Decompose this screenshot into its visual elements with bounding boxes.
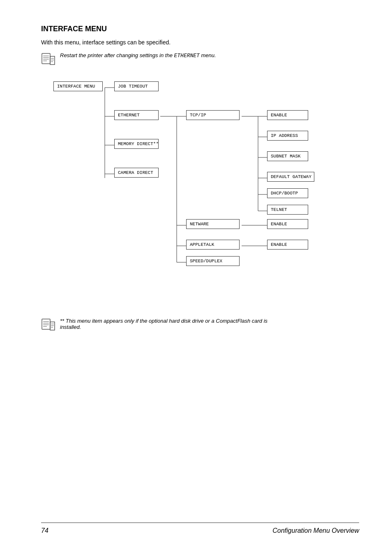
- svg-rect-0: [42, 53, 50, 64]
- footer-page-number: 74: [41, 527, 48, 534]
- note-row: Restart the printer after changing setti…: [41, 52, 359, 65]
- section-title: INTERFACE MENU: [41, 25, 359, 33]
- box-tcpip: TCP/IP: [186, 110, 240, 120]
- description: With this menu, interface settings can b…: [41, 39, 359, 46]
- tree-diagram: INTERFACE MENU JOB TIMEOUT ETHERNET MEMO…: [41, 75, 353, 305]
- box-subnet-mask: SUBNET MASK: [267, 151, 308, 161]
- footnote-text: ** This menu item appears only if the op…: [60, 318, 274, 330]
- box-appletalk: APPLETALK: [186, 240, 240, 250]
- note-icon: [41, 53, 56, 65]
- note-mono: ETHERNET: [174, 53, 200, 59]
- page: INTERFACE MENU With this menu, interface…: [0, 0, 392, 555]
- box-enable-netware: ENABLE: [267, 219, 308, 229]
- box-telnet: TELNET: [267, 205, 308, 215]
- box-interface-menu: INTERFACE MENU: [53, 81, 103, 91]
- footer-title: Configuration Menu Overview: [272, 527, 359, 534]
- box-enable-tcpip: ENABLE: [267, 110, 308, 120]
- box-memory-direct: MEMORY DIRECT**: [114, 139, 159, 149]
- footnote-row: ** This menu item appears only if the op…: [41, 318, 359, 331]
- box-ip-address: IP ADDRESS: [267, 131, 308, 141]
- footnote-icon: [41, 319, 56, 331]
- svg-rect-29: [42, 319, 50, 329]
- box-job-timeout: JOB TIMEOUT: [114, 81, 159, 91]
- box-speed-duplex: SPEED/DUPLEX: [186, 256, 240, 266]
- box-ethernet: ETHERNET: [114, 110, 159, 120]
- box-netware: NETWARE: [186, 219, 240, 229]
- page-footer: 74 Configuration Menu Overview: [41, 523, 359, 534]
- box-default-gateway: DEFAULT GATEWAY: [267, 172, 314, 182]
- note-text: Restart the printer after changing setti…: [60, 52, 216, 59]
- box-enable-appletalk: ENABLE: [267, 240, 308, 250]
- box-dhcp-bootp: DHCP/BOOTP: [267, 188, 308, 198]
- box-camera-direct: CAMERA DIRECT: [114, 168, 159, 178]
